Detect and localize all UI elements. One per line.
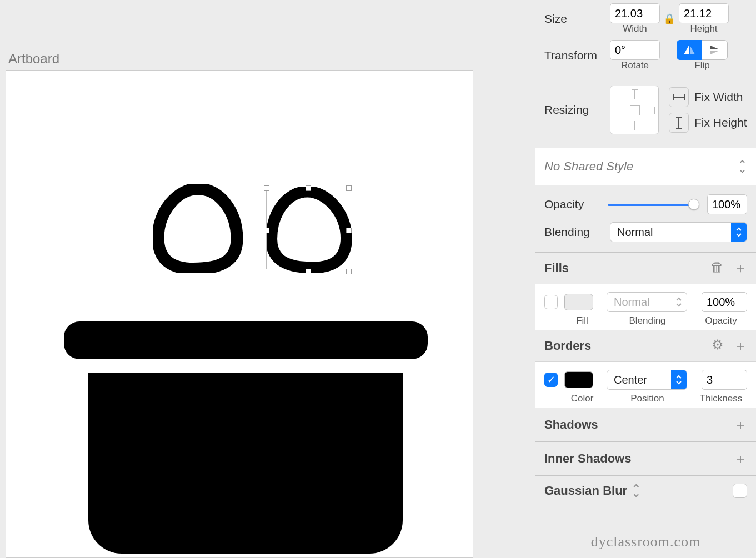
border-thickness-caption: Thickness	[695, 393, 747, 404]
fix-height-label: Fix Height	[694, 116, 747, 129]
borders-title: Borders	[544, 339, 591, 353]
selection-handle-nw[interactable]	[264, 185, 269, 191]
chevron-updown-icon	[671, 370, 687, 389]
gear-icon[interactable]: ⚙	[712, 337, 724, 355]
blending-select[interactable]: Normal	[610, 222, 747, 242]
height-input[interactable]	[679, 3, 729, 23]
lock-icon[interactable]: 🔒	[663, 13, 675, 25]
shadows-section-header[interactable]: Shadows ＋	[535, 408, 756, 441]
opacity-input[interactable]	[707, 194, 747, 214]
resizing-constraints[interactable]	[610, 86, 659, 134]
border-position-select[interactable]: Center	[607, 370, 687, 390]
selection-handle-s[interactable]	[306, 269, 311, 274]
width-input[interactable]	[610, 3, 660, 23]
fix-height-icon	[669, 113, 689, 133]
fill-color-swatch[interactable]	[564, 294, 593, 310]
plus-icon[interactable]: ＋	[734, 416, 747, 434]
gaussian-blur-section-header[interactable]: Gaussian Blur ⌃⌄	[535, 475, 756, 506]
chevron-updown-icon: ⌃⌄	[738, 162, 747, 171]
flip-vertical-button[interactable]	[702, 40, 728, 60]
fills-row: Normal Fill Blending Opacity	[535, 284, 756, 330]
gaussian-blur-checkbox[interactable]	[733, 484, 747, 498]
plus-icon[interactable]: ＋	[734, 450, 747, 467]
resizing-label: Resizing	[544, 103, 610, 117]
border-position-caption: Position	[600, 393, 695, 404]
blending-value: Normal	[610, 223, 731, 242]
canvas-area: Artboard	[0, 0, 489, 558]
flip-horizontal-button[interactable]	[677, 40, 702, 60]
fix-width-icon	[669, 87, 689, 107]
border-color-caption: Color	[544, 393, 600, 404]
flip-caption: Flip	[694, 60, 709, 71]
fills-section-header: Fills 🗑 ＋	[535, 252, 756, 284]
shadows-title: Shadows	[544, 418, 598, 432]
selection-box[interactable]	[266, 188, 349, 272]
opacity-slider[interactable]	[608, 199, 699, 210]
selection-handle-n[interactable]	[306, 185, 311, 191]
border-enable-checkbox[interactable]: ✓	[544, 373, 558, 387]
shared-style-dropdown[interactable]: No Shared Style ⌃⌄	[535, 148, 756, 185]
fill-opacity-input[interactable]	[702, 292, 747, 312]
borders-section-header: Borders ⚙ ＋	[535, 330, 756, 361]
border-color-swatch[interactable]	[564, 371, 593, 388]
chevron-updown-icon: ⌃⌄	[632, 486, 641, 495]
opacity-label: Opacity	[544, 198, 600, 211]
size-label: Size	[544, 12, 610, 26]
chevron-updown-icon	[731, 223, 747, 242]
selection-handle-se[interactable]	[346, 269, 352, 274]
fills-title: Fills	[544, 261, 569, 275]
canvas-shape-pot[interactable]	[88, 373, 403, 554]
inner-shadows-title: Inner Shadows	[544, 451, 631, 466]
fill-blending-value: Normal	[607, 293, 671, 311]
inner-shadows-section-header[interactable]: Inner Shadows ＋	[535, 441, 756, 475]
border-position-value: Center	[607, 370, 671, 389]
fix-width-label: Fix Width	[694, 91, 743, 104]
fill-opacity-caption: Opacity	[695, 315, 747, 326]
watermark-text: dyclassroom.com	[535, 534, 756, 550]
selection-handle-w[interactable]	[264, 228, 269, 233]
artboard[interactable]	[6, 70, 473, 558]
artboard-label: Artboard	[8, 51, 59, 67]
canvas-shape-lid[interactable]	[64, 321, 428, 359]
width-caption: Width	[623, 23, 647, 34]
selection-handle-ne[interactable]	[346, 185, 352, 191]
fill-caption: Fill	[544, 315, 600, 326]
inspector-panel: Size Width 🔒 Height Transform Rotate	[535, 0, 756, 558]
fill-blending-caption: Blending	[600, 315, 695, 326]
canvas-shape-ear-left[interactable]	[153, 184, 243, 273]
borders-row: ✓ Center Color Position Thickness	[535, 361, 756, 408]
shared-style-label: No Shared Style	[544, 159, 633, 174]
flip-group	[677, 40, 728, 60]
svg-marker-0	[684, 46, 689, 54]
rotate-input[interactable]	[610, 40, 660, 60]
svg-marker-1	[690, 46, 695, 54]
selection-handle-e[interactable]	[346, 228, 352, 233]
plus-icon[interactable]: ＋	[734, 337, 747, 355]
border-thickness-input[interactable]	[702, 370, 747, 390]
fill-blending-select[interactable]: Normal	[607, 292, 687, 312]
svg-marker-2	[710, 46, 719, 49]
height-caption: Height	[690, 23, 717, 34]
trash-icon[interactable]: 🗑	[710, 259, 724, 277]
plus-icon[interactable]: ＋	[734, 259, 747, 277]
fix-height-button[interactable]: Fix Height	[669, 113, 747, 133]
transform-label: Transform	[544, 49, 610, 62]
chevron-updown-icon	[671, 293, 687, 311]
fill-enable-checkbox[interactable]	[544, 295, 558, 309]
selection-handle-sw[interactable]	[264, 269, 269, 274]
blending-label: Blending	[544, 225, 600, 239]
svg-marker-3	[710, 51, 719, 54]
rotate-caption: Rotate	[621, 60, 649, 71]
gaussian-blur-title: Gaussian Blur	[544, 484, 627, 498]
fix-width-button[interactable]: Fix Width	[669, 87, 747, 107]
